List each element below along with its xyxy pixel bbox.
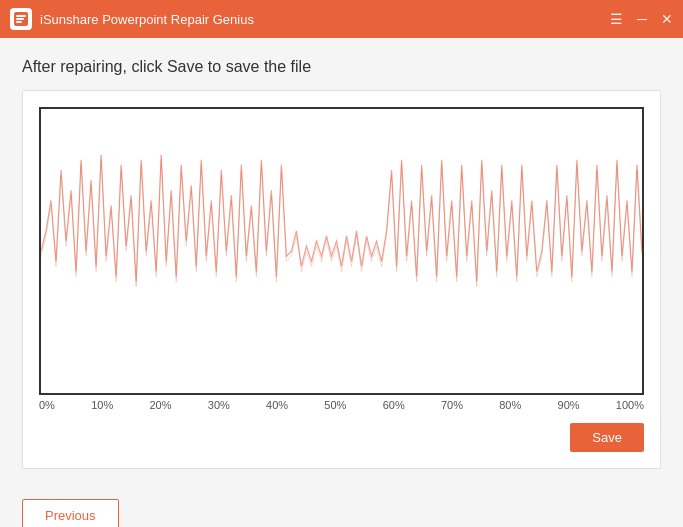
previous-button[interactable]: Previous	[22, 499, 119, 527]
window-title: iSunshare Powerpoint Repair Genius	[40, 12, 610, 27]
close-button[interactable]: ✕	[661, 12, 673, 26]
chart-svg	[41, 109, 642, 393]
app-icon	[10, 8, 32, 30]
titlebar: iSunshare Powerpoint Repair Genius ☰ ─ ✕	[0, 0, 683, 38]
repair-chart	[39, 107, 644, 395]
x-label-0: 0%	[39, 399, 55, 411]
footer: Previous	[0, 485, 683, 527]
main-content: After repairing, click Save to save the …	[0, 38, 683, 485]
svg-rect-3	[16, 21, 22, 23]
x-label-50: 50%	[324, 399, 346, 411]
x-label-10: 10%	[91, 399, 113, 411]
chart-x-labels: 0% 10% 20% 30% 40% 50% 60% 70% 80% 90% 1…	[39, 395, 644, 411]
save-row: Save	[39, 411, 644, 452]
window-controls: ☰ ─ ✕	[610, 12, 673, 26]
menu-icon[interactable]: ☰	[610, 12, 623, 26]
content-card: 0% 10% 20% 30% 40% 50% 60% 70% 80% 90% 1…	[22, 90, 661, 469]
x-label-90: 90%	[558, 399, 580, 411]
x-label-100: 100%	[616, 399, 644, 411]
minimize-button[interactable]: ─	[637, 12, 647, 26]
x-label-60: 60%	[383, 399, 405, 411]
x-label-80: 80%	[499, 399, 521, 411]
x-label-30: 30%	[208, 399, 230, 411]
svg-rect-2	[16, 18, 24, 20]
x-label-40: 40%	[266, 399, 288, 411]
svg-rect-1	[16, 15, 26, 17]
page-title: After repairing, click Save to save the …	[22, 58, 661, 76]
app-window: iSunshare Powerpoint Repair Genius ☰ ─ ✕…	[0, 0, 683, 527]
x-label-20: 20%	[149, 399, 171, 411]
x-label-70: 70%	[441, 399, 463, 411]
save-button[interactable]: Save	[570, 423, 644, 452]
